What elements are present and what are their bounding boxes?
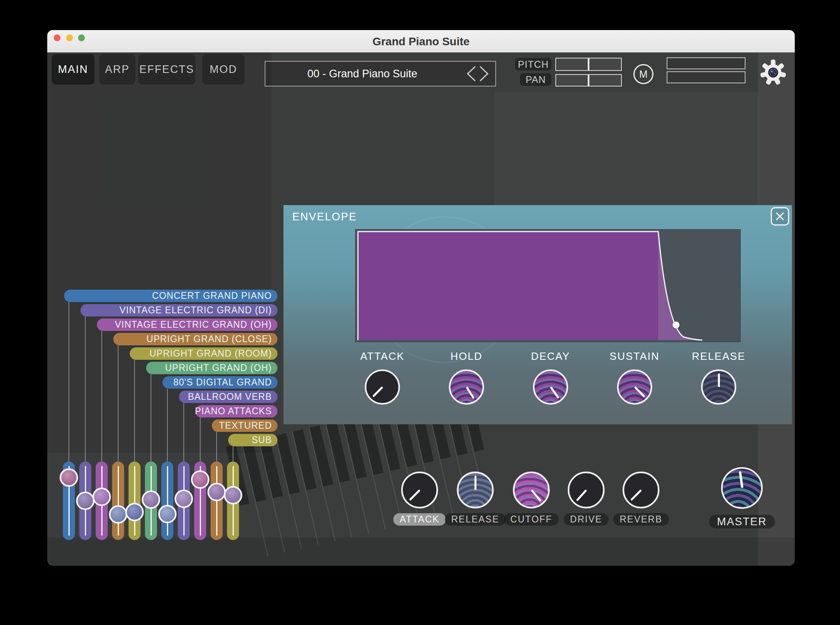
envelope-attack-knob[interactable] (365, 369, 400, 405)
channel-fader-thumb[interactable] (60, 468, 78, 487)
pan-slider-handle[interactable] (588, 75, 589, 86)
reverb-macro-knob-pointer (630, 489, 642, 501)
channel-fader-track[interactable] (161, 462, 173, 540)
channel-label-pill[interactable]: BALLROOM VERB (179, 391, 277, 403)
fader-thumb-sheen (78, 493, 93, 508)
channel-fader-track[interactable] (129, 462, 141, 540)
envelope-decay-knob[interactable] (533, 369, 568, 405)
plugin-window: MAINARPEFFECTSMOD 00 - Grand Piano Suite… (47, 30, 795, 566)
channel-label-pill[interactable]: UPRIGHT GRAND (CLOSE) (113, 333, 277, 345)
channel-label-pill[interactable]: TEXTURED (212, 419, 277, 432)
master-knob[interactable] (721, 467, 763, 509)
fader-leader-line (101, 331, 102, 462)
release-macro-knob-pointer (474, 476, 476, 490)
channel-fader-thumb[interactable] (109, 505, 127, 524)
channel-fader-thumb[interactable] (76, 492, 94, 510)
reverb-macro-knob[interactable] (623, 472, 659, 508)
tab-mod[interactable]: MOD (202, 54, 245, 85)
fader-leader-line (200, 417, 201, 462)
envelope-release-knob[interactable] (701, 369, 736, 405)
channel-fader-thumb[interactable] (224, 486, 242, 504)
channel-label-pill[interactable]: UPRIGHT GRAND (ROOM) (130, 347, 277, 360)
channel-label: VINTAGE ELECTRIC GRAND (OH) (115, 319, 272, 330)
release-macro-knob[interactable] (457, 472, 494, 508)
drive-macro-label[interactable]: DRIVE (564, 513, 609, 526)
fader-track-line (167, 466, 168, 536)
channel-label-pill[interactable]: VINTAGE ELECTRIC GRAND (OH) (97, 319, 277, 331)
gear-icon (760, 59, 786, 86)
preset-selector[interactable]: 00 - Grand Piano Suite (265, 61, 496, 87)
envelope-graph[interactable] (355, 229, 741, 342)
tab-main[interactable]: MAIN (52, 54, 94, 85)
envelope-hold-knob[interactable] (449, 369, 484, 405)
mono-button[interactable]: M (633, 64, 653, 84)
fader-leader-line (118, 345, 119, 462)
channel-fader-thumb[interactable] (158, 505, 177, 523)
envelope-close-button[interactable] (771, 207, 789, 226)
envelope-panel-title: ENVELOPE (292, 211, 357, 223)
envelope-panel: ENVELOPE ATTACKHOLDDECAYSUSTAINRELEASE (283, 205, 792, 424)
channel-fader-thumb[interactable] (175, 490, 193, 508)
close-icon (776, 212, 784, 221)
envelope-sustain-knob-pointer (634, 386, 645, 397)
channel-label-pill[interactable]: CONCERT GRAND PIANO (64, 290, 277, 302)
attack-macro-knob[interactable] (401, 472, 438, 508)
preset-prev-next[interactable] (465, 65, 490, 86)
pitch-label: PITCH (515, 58, 551, 71)
tab-arp[interactable]: ARP (99, 54, 135, 85)
attack-macro-label[interactable]: ATTACK (393, 513, 446, 526)
pitch-slider-handle[interactable] (588, 58, 589, 70)
tab-effects[interactable]: EFFECTS (138, 54, 195, 85)
drive-macro-knob[interactable] (568, 472, 605, 508)
window-titlebar: Grand Piano Suite (47, 30, 795, 52)
pitch-slider[interactable] (555, 58, 622, 71)
fader-thumb-sheen (176, 491, 191, 506)
channel-fader-thumb[interactable] (92, 488, 111, 506)
channel-fader-thumb[interactable] (207, 483, 226, 501)
channel-fader-thumb[interactable] (142, 490, 160, 509)
fader-leader-line (183, 403, 184, 462)
envelope-knob-label: RELEASE (671, 350, 767, 363)
fader-leader-line (216, 432, 217, 462)
fader-thumb-sheen (160, 506, 175, 522)
chevron-right-icon (480, 67, 488, 81)
envelope-hold-knob-pointer (466, 387, 474, 399)
master-label[interactable]: MASTER (709, 515, 775, 528)
envelope-knob-label: DECAY (502, 350, 599, 363)
fader-thumb-sheen (225, 488, 241, 503)
channel-label-pill[interactable]: SUB (228, 434, 277, 446)
envelope-sustain-knob[interactable] (617, 369, 652, 405)
output-meter-bottom (667, 71, 746, 83)
channel-label: TEXTURED (219, 420, 272, 431)
channel-label-pill[interactable]: 80'S DIGITAL GRAND (163, 376, 277, 389)
settings-button[interactable] (760, 59, 786, 87)
channel-label-pill[interactable]: VINTAGE ELECTRIC GRAND (DI) (80, 304, 277, 317)
window-title: Grand Piano Suite (47, 35, 795, 48)
fader-thumb-sheen (193, 472, 208, 487)
release-macro-label[interactable]: RELEASE (445, 513, 506, 526)
envelope-release-handle[interactable] (673, 322, 679, 329)
background-shade (47, 538, 795, 566)
channel-label-pill[interactable]: UPRIGHT GRAND (OH) (146, 362, 277, 374)
envelope-decay-knob-pointer (550, 387, 559, 399)
channel-label: BALLROOM VERB (188, 391, 272, 402)
channel-label-pill[interactable]: PIANO ATTACKS (195, 405, 277, 417)
pan-slider[interactable] (555, 74, 622, 87)
master-knob-pointer (739, 471, 744, 488)
cutoff-macro-label[interactable]: CUTOFF (504, 513, 559, 526)
background-shade (494, 92, 759, 212)
fader-thumb-sheen (127, 504, 142, 520)
channel-fader-thumb[interactable] (125, 503, 144, 521)
fader-leader-line (167, 389, 168, 462)
fader-leader-line (85, 317, 86, 462)
channel-fader-track[interactable] (112, 462, 124, 540)
fader-thumb-sheen (111, 507, 126, 522)
channel-label: UPRIGHT GRAND (CLOSE) (147, 334, 272, 345)
fader-leader-line (68, 302, 69, 462)
reverb-macro-label[interactable]: REVERB (613, 513, 669, 526)
channel-fader-thumb[interactable] (191, 470, 209, 489)
envelope-knob-label: ATTACK (334, 350, 430, 363)
cutoff-macro-knob[interactable] (513, 472, 550, 508)
fader-leader-line (151, 374, 151, 462)
channel-label: 80'S DIGITAL GRAND (173, 377, 272, 388)
